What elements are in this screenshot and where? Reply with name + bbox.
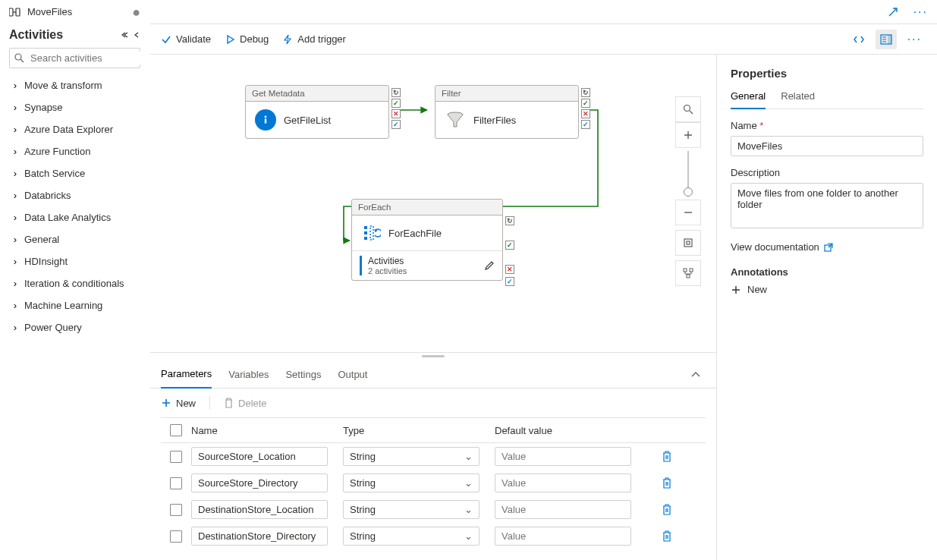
zoom-slider-thumb[interactable]: [684, 187, 693, 197]
category-hdinsight[interactable]: ›HDInsight: [0, 250, 149, 272]
select-all-checkbox[interactable]: [170, 424, 182, 436]
port-failure-icon[interactable]: ✕: [505, 265, 514, 274]
param-value-input[interactable]: Value: [495, 473, 631, 492]
param-value-input[interactable]: Value: [495, 527, 631, 546]
category-machine-learning[interactable]: ›Machine Learning: [0, 294, 149, 316]
zoom-in-button[interactable]: [675, 122, 701, 148]
delete-parameter-button[interactable]: Delete: [224, 398, 267, 409]
row-checkbox[interactable]: [170, 451, 182, 463]
fit-to-screen-button[interactable]: [675, 230, 701, 256]
tab-variables[interactable]: Variables: [228, 361, 269, 388]
param-type-select[interactable]: String⌄: [343, 473, 480, 492]
panel-resize-grip[interactable]: [150, 353, 716, 360]
activities-search[interactable]: [9, 48, 140, 68]
param-type-select[interactable]: String⌄: [343, 447, 480, 466]
category-databricks[interactable]: ›Databricks: [0, 184, 149, 206]
zoom-search-button[interactable]: [675, 96, 701, 122]
auto-layout-button[interactable]: [675, 260, 701, 286]
tab-related[interactable]: Related: [781, 90, 815, 109]
tab-parameters[interactable]: Parameters: [161, 360, 212, 389]
code-icon[interactable]: [848, 30, 869, 49]
tab-general[interactable]: General: [731, 90, 766, 109]
sidebar-collapse-buttons[interactable]: [121, 31, 140, 39]
delete-row-icon[interactable]: [662, 451, 672, 462]
new-parameter-button[interactable]: New: [161, 398, 196, 409]
node-ports[interactable]: ↻ ✓ ✕ ✓: [581, 88, 590, 129]
port-failure-icon[interactable]: ✕: [391, 109, 401, 118]
port-success-icon[interactable]: ✓: [581, 99, 590, 108]
param-type-select[interactable]: String⌄: [343, 527, 480, 546]
node-ports[interactable]: ↻ ✓ ✕ ✓: [505, 216, 514, 286]
category-iteration-conditionals[interactable]: ›Iteration & conditionals: [0, 272, 149, 294]
tab-output[interactable]: Output: [338, 361, 367, 388]
port-loop-icon[interactable]: ↻: [391, 88, 401, 97]
param-name-input[interactable]: SourceStore_Directory: [191, 473, 328, 492]
port-loop-icon[interactable]: ↻: [581, 88, 590, 97]
tab-settings[interactable]: Settings: [285, 361, 321, 388]
activities-sidebar: MoveFiles ● Activities ›Move & transform…: [0, 0, 150, 560]
more-icon[interactable]: ···: [910, 2, 931, 22]
category-general[interactable]: ›General: [0, 228, 149, 250]
debug-button[interactable]: Debug: [225, 33, 269, 45]
param-name-input[interactable]: DestinationStore_Directory: [191, 527, 328, 546]
name-input[interactable]: [731, 136, 923, 156]
svg-rect-13: [684, 239, 692, 247]
svg-rect-9: [364, 231, 367, 234]
pipeline-canvas[interactable]: Get Metadata GetFileList ↻ ✓ ✕ ✓: [150, 55, 716, 352]
param-name-input[interactable]: DestinationStore_Location: [191, 500, 328, 519]
properties-panel: Properties General Related Name * Descri…: [717, 55, 937, 560]
port-success-icon[interactable]: ✓: [505, 241, 514, 250]
foreach-activities-row[interactable]: Activities 2 activities: [352, 250, 502, 280]
zoom-out-button[interactable]: [675, 200, 701, 225]
param-value-input[interactable]: Value: [495, 447, 631, 466]
bottom-tabs: Parameters Variables Settings Output: [150, 360, 716, 389]
properties-toggle-icon[interactable]: [876, 30, 897, 49]
row-checkbox[interactable]: [170, 530, 182, 543]
edit-icon[interactable]: [484, 260, 495, 271]
collapse-panel-icon[interactable]: [690, 370, 706, 378]
view-documentation-link[interactable]: View documentation: [731, 241, 833, 253]
category-azure-function[interactable]: ›Azure Function: [0, 140, 149, 162]
tab-bar: ···: [150, 0, 937, 24]
param-name-input[interactable]: SourceStore_Location: [191, 447, 328, 466]
zoom-slider[interactable]: [687, 151, 689, 197]
port-skip-icon[interactable]: ✓: [505, 277, 514, 286]
activity-filter[interactable]: Filter FilterFiles ↻ ✓ ✕ ✓: [435, 85, 579, 139]
new-annotation-button[interactable]: New: [731, 284, 923, 295]
category-synapse[interactable]: ›Synapse: [0, 96, 149, 118]
category-azure-data-explorer[interactable]: ›Azure Data Explorer: [0, 118, 149, 140]
search-input[interactable]: [29, 52, 159, 64]
param-value-input[interactable]: Value: [495, 500, 631, 519]
node-ports[interactable]: ↻ ✓ ✕ ✓: [391, 88, 401, 129]
svg-point-5: [265, 116, 267, 118]
category-data-lake-analytics[interactable]: ›Data Lake Analytics: [0, 206, 149, 228]
activity-foreach[interactable]: ForEach ForEachFile A: [351, 199, 503, 281]
row-checkbox[interactable]: [170, 477, 182, 489]
add-trigger-button[interactable]: Add trigger: [282, 33, 346, 45]
port-loop-icon[interactable]: ↻: [505, 216, 514, 225]
port-skip-icon[interactable]: ✓: [391, 120, 401, 129]
toolbar-more-icon[interactable]: ···: [903, 28, 926, 51]
svg-rect-6: [265, 119, 266, 124]
port-success-icon[interactable]: ✓: [391, 99, 401, 108]
param-type-select[interactable]: String⌄: [343, 500, 480, 519]
chevron-right-icon: ›: [9, 190, 21, 201]
expand-icon[interactable]: [885, 4, 901, 20]
category-batch-service[interactable]: ›Batch Service: [0, 162, 149, 184]
validate-button[interactable]: Validate: [161, 33, 211, 45]
bottom-actions: New Delete: [150, 389, 716, 417]
delete-row-icon[interactable]: [662, 504, 672, 515]
delete-row-icon[interactable]: [662, 477, 672, 489]
svg-rect-16: [690, 269, 693, 272]
chevron-right-icon: ›: [9, 212, 21, 223]
port-failure-icon[interactable]: ✕: [581, 109, 590, 118]
row-checkbox[interactable]: [170, 504, 182, 516]
port-skip-icon[interactable]: ✓: [581, 120, 590, 129]
main-area: ··· Validate Debug Add trigger ···: [150, 0, 937, 560]
param-row: DestinationStore_Directory String⌄ Value: [161, 523, 706, 549]
category-move-transform[interactable]: ›Move & transform: [0, 74, 149, 96]
delete-row-icon[interactable]: [662, 530, 672, 542]
category-power-query[interactable]: ›Power Query: [0, 316, 149, 338]
description-textarea[interactable]: [731, 183, 923, 228]
activity-get-metadata[interactable]: Get Metadata GetFileList ↻ ✓ ✕ ✓: [245, 85, 389, 139]
